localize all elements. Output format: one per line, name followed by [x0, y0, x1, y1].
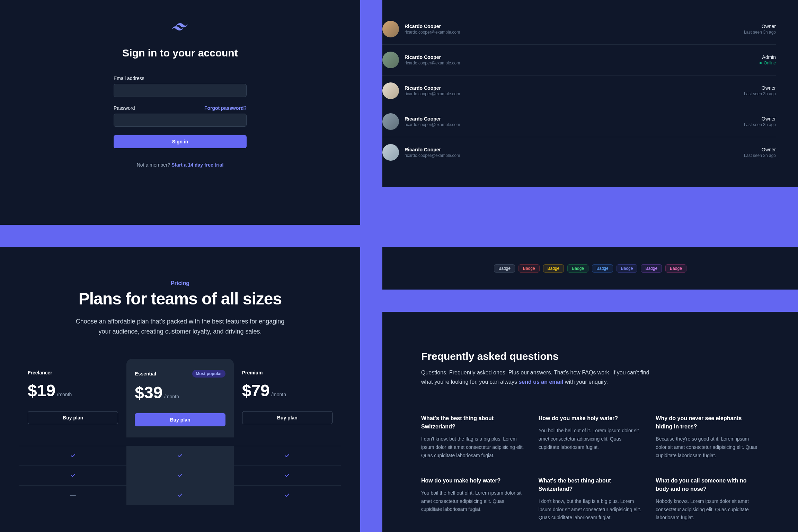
user-name: Ricardo Cooper — [405, 147, 460, 152]
plan-price: $39 — [135, 383, 162, 402]
user-email: ricardo.cooper@example.com — [405, 153, 460, 158]
check-icon — [177, 452, 184, 459]
user-status: Last seen 3h ago — [744, 30, 776, 35]
check-icon — [284, 452, 291, 459]
faq-title: Frequently asked questions — [421, 351, 759, 362]
faq-question: Why do you never see elephants hiding in… — [656, 414, 759, 431]
email-input[interactable] — [114, 84, 247, 97]
faq-question: How do you make holy water? — [539, 414, 642, 423]
signin-form: Email address Password Forgot password? … — [114, 76, 247, 148]
user-role: Owner — [744, 24, 776, 29]
user-status: Last seen 3h ago — [744, 153, 776, 158]
faq-question: How do you make holy water? — [421, 477, 525, 485]
badge-green: Badge — [567, 264, 588, 273]
plan-name: Premium — [242, 370, 263, 375]
price-plan-freelancer: Freelancer $19 /month Buy plan — [19, 359, 126, 437]
faq-item: Why do you never see elephants hiding in… — [656, 414, 759, 460]
badges-panel: BadgeBadgeBadgeBadgeBadgeBadgeBadgeBadge — [382, 247, 798, 290]
check-icon — [177, 472, 184, 479]
user-status: Last seen 3h ago — [744, 91, 776, 96]
popular-badge: Most popular — [192, 370, 225, 378]
user-name: Ricardo Cooper — [405, 116, 460, 122]
faq-answer: I don't know, but the flag is a big plus… — [539, 497, 642, 522]
user-row[interactable]: Ricardo Cooper ricardo.cooper@example.co… — [382, 106, 776, 137]
user-list-panel: Ricardo Cooper ricardo.cooper@example.co… — [382, 0, 798, 187]
user-name: Ricardo Cooper — [405, 54, 460, 60]
badge-red: Badge — [518, 264, 540, 273]
signin-title: Sign in to your account — [122, 47, 238, 59]
avatar — [382, 144, 399, 161]
avatar — [382, 21, 399, 37]
password-input[interactable] — [114, 114, 247, 127]
plan-unit: /month — [271, 392, 286, 397]
badge-blue: Badge — [592, 264, 613, 273]
faq-answer: You boil the hell out of it. Lorem ipsum… — [421, 489, 525, 514]
check-icon — [177, 492, 184, 499]
faq-answer: Because they're so good at it. Lorem ips… — [656, 435, 759, 460]
plan-unit: /month — [57, 392, 72, 397]
user-email: ricardo.cooper@example.com — [405, 61, 460, 65]
feature-cell — [126, 446, 233, 466]
feature-cell: — — [19, 486, 126, 505]
faq-item: What do you call someone with no body an… — [656, 477, 759, 522]
check-icon — [284, 472, 291, 479]
feature-row — [19, 446, 341, 466]
user-row[interactable]: Ricardo Cooper ricardo.cooper@example.co… — [382, 14, 776, 45]
free-trial-link[interactable]: Start a 14 day free trial — [171, 162, 223, 168]
user-row[interactable]: Ricardo Cooper ricardo.cooper@example.co… — [382, 137, 776, 168]
price-plan-essential: Essential Most popular $39 /month Buy pl… — [126, 359, 233, 437]
check-icon — [284, 492, 291, 499]
password-label: Password — [114, 105, 135, 111]
user-row[interactable]: Ricardo Cooper ricardo.cooper@example.co… — [382, 76, 776, 106]
faq-answer: Nobody knows. Lorem ipsum dolor sit amet… — [656, 497, 759, 522]
pricing-title: Plans for teams of all sizes — [0, 289, 360, 308]
buy-plan-button[interactable]: Buy plan — [135, 413, 225, 426]
user-row[interactable]: Ricardo Cooper ricardo.cooper@example.co… — [382, 45, 776, 76]
badge-indigo: Badge — [617, 264, 638, 273]
logo-icon — [172, 21, 188, 33]
faq-question: What do you call someone with no body an… — [656, 477, 759, 493]
check-icon — [70, 472, 77, 479]
check-icon — [70, 452, 77, 459]
signin-button[interactable]: Sign in — [114, 135, 247, 148]
user-status: Online — [760, 61, 776, 65]
user-email: ricardo.cooper@example.com — [405, 30, 460, 35]
faq-item: What's the best thing about Switzerland?… — [421, 414, 525, 460]
forgot-password-link[interactable]: Forgot password? — [204, 105, 247, 111]
email-label: Email address — [114, 76, 247, 81]
feature-row: — — [19, 485, 341, 505]
faq-item: What's the best thing about Switzerland?… — [539, 477, 642, 522]
faq-email-link[interactable]: send us an email — [518, 379, 563, 385]
signin-panel: Sign in to your account Email address Pa… — [0, 0, 360, 225]
plan-price: $19 — [28, 381, 55, 400]
user-role: Owner — [744, 116, 776, 122]
badge-pink: Badge — [665, 264, 686, 273]
feature-cell — [126, 466, 233, 485]
feature-cell — [19, 466, 126, 485]
feature-row — [19, 466, 341, 485]
feature-cell — [234, 486, 341, 505]
plan-name: Essential — [135, 371, 156, 376]
faq-answer: You boil the hell out of it. Lorem ipsum… — [539, 427, 642, 451]
avatar — [382, 113, 399, 130]
faq-item: How do you make holy water? You boil the… — [421, 477, 525, 522]
buy-plan-button[interactable]: Buy plan — [242, 411, 332, 424]
badge-purple: Badge — [641, 264, 662, 273]
buy-plan-button[interactable]: Buy plan — [28, 411, 118, 424]
price-plan-premium: Premium $79 /month Buy plan — [234, 359, 341, 437]
avatar — [382, 82, 399, 99]
user-name: Ricardo Cooper — [405, 85, 460, 91]
faq-intro: Questions. Frequently asked ones. Plus o… — [421, 368, 657, 387]
pricing-eyebrow: Pricing — [0, 280, 360, 286]
user-role: Admin — [760, 54, 776, 60]
user-role: Owner — [744, 147, 776, 152]
plan-price: $79 — [242, 381, 270, 400]
badge-yellow: Badge — [543, 264, 564, 273]
plan-name: Freelancer — [28, 370, 52, 375]
plan-unit: /month — [164, 394, 179, 399]
badge-gray: Badge — [494, 264, 515, 273]
user-email: ricardo.cooper@example.com — [405, 91, 460, 96]
faq-panel: Frequently asked questions Questions. Fr… — [382, 312, 798, 532]
avatar — [382, 52, 399, 68]
pricing-subtitle: Choose an affordable plan that's packed … — [69, 317, 291, 337]
